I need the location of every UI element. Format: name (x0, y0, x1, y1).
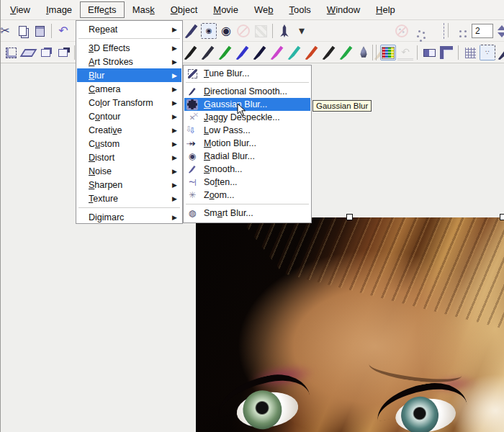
right-eyebrow (368, 353, 464, 387)
menu-item-smooth[interactable]: Smooth... (184, 163, 310, 176)
paste-icon[interactable] (32, 23, 48, 39)
menubar-effects[interactable]: Effects (80, 1, 125, 18)
menu-item-color-transform[interactable]: Color Transform ▶ (77, 96, 181, 109)
menu-item-camera[interactable]: Camera ▶ (77, 82, 181, 96)
menubar-help[interactable]: Help (368, 1, 403, 18)
submenu-arrow-icon: ▶ (172, 113, 177, 120)
no-nodes-icon[interactable] (394, 23, 410, 39)
pen-teal-icon[interactable] (287, 45, 302, 60)
menu-item-motion-blur[interactable]: Motion Blur... (184, 137, 310, 150)
node-count-spinner[interactable] (498, 25, 504, 37)
selection-eye-icon[interactable]: ◉ (201, 23, 217, 39)
copy-icon[interactable] (14, 23, 30, 39)
pen-red-icon[interactable] (304, 45, 320, 60)
submenu-arrow-icon: ▶ (172, 45, 177, 52)
menubar-image[interactable]: Image (38, 1, 80, 18)
submenu-arrow-icon: ▶ (172, 195, 177, 202)
snap-to-grid-icon[interactable]: ∵ (480, 45, 495, 60)
separator (272, 24, 273, 38)
directional-smooth-icon (186, 86, 198, 97)
separator (51, 24, 52, 38)
disable-selection-icon[interactable] (235, 23, 251, 39)
menu-item-art-strokes[interactable]: Art Strokes ▶ (77, 55, 181, 68)
submenu-arrow-icon: ▶ (172, 72, 177, 79)
pen-pink-icon[interactable] (269, 45, 285, 60)
menu-item-noise[interactable]: Noise ▶ (77, 164, 181, 178)
menu-item-radial-blur[interactable]: Radial Blur... (184, 150, 310, 163)
menu-item-directional-smooth[interactable]: Directional Smooth... (184, 85, 310, 98)
menu-item-custom[interactable]: Custom ▶ (77, 137, 181, 150)
menu-item-sharpen[interactable]: Sharpen ▶ (77, 178, 181, 192)
menu-item-low-pass[interactable]: Low Pass... (184, 124, 310, 137)
submenu-arrow-icon: ▶ (172, 181, 177, 189)
menubar-web[interactable]: Web (246, 1, 282, 18)
grid-icon[interactable] (462, 45, 478, 60)
menu-item-smart-blur[interactable]: Smart Blur... (184, 207, 310, 220)
transparency-checker-icon[interactable] (253, 23, 269, 39)
rocket-dropdown-icon[interactable]: ▾ (294, 23, 310, 39)
spinner-up-icon[interactable] (498, 25, 504, 30)
menubar-tools[interactable]: Tools (281, 1, 318, 18)
pen-charcoal-icon[interactable] (321, 45, 337, 60)
submenu-arrow-icon: ▶ (172, 214, 177, 221)
submenu-arrow-icon: ▶ (172, 154, 177, 161)
submenu-arrow-icon: ▶ (172, 58, 177, 66)
histogram-icon[interactable]: ↶ (397, 45, 413, 60)
soften-icon (186, 177, 198, 188)
gaussian-blur-icon (186, 99, 198, 110)
menu-item-distort[interactable]: Distort ▶ (77, 150, 181, 164)
menubar-object[interactable]: Object (163, 1, 206, 18)
node-count-input[interactable]: 2 (472, 24, 493, 38)
pen-dark-icon[interactable] (200, 45, 216, 60)
rocket-icon[interactable] (276, 23, 292, 39)
effects-menu: Repeat ▶ 3D Effects ▶ Art Strokes ▶ Blur… (76, 20, 183, 224)
menu-item-jaggy-despeckle[interactable]: Jaggy Despeckle... (184, 111, 310, 124)
pen-green-icon[interactable] (217, 45, 233, 60)
pen-navy-icon[interactable] (252, 45, 268, 60)
menu-item-digimarc[interactable]: Digimarc ▶ (77, 210, 181, 224)
selection-handle-top-right[interactable] (500, 214, 504, 220)
undo-icon[interactable]: ↶ (55, 23, 71, 39)
menu-item-gaussian-blur[interactable]: Gaussian Blur... (184, 98, 310, 111)
menubar-mask[interactable]: Mask (125, 1, 163, 18)
image-canvas[interactable] (196, 217, 504, 432)
nodes-snap-icon[interactable] (428, 23, 444, 39)
menu-item-3d-effects[interactable]: 3D Effects ▶ (77, 41, 181, 55)
menu-item-creative[interactable]: Creative ▶ (77, 123, 181, 137)
tool-options-icon[interactable] (421, 45, 437, 60)
nodes-grid-icon[interactable] (452, 23, 468, 39)
menu-item-texture[interactable]: Texture ▶ (77, 192, 181, 205)
menu-item-tune-blur[interactable]: Tune Blur... (184, 67, 310, 80)
menu-item-blur[interactable]: Blur ▶ (77, 68, 181, 82)
pen-scribble-icon[interactable] (184, 23, 199, 39)
menubar-movie[interactable]: Movie (205, 1, 246, 18)
ruler-corner-icon[interactable] (438, 45, 454, 60)
pen-black-icon[interactable] (183, 45, 199, 60)
menu-item-contour[interactable]: Contour ▶ (77, 109, 181, 123)
smart-blur-icon (186, 208, 198, 219)
tune-blur-icon (186, 68, 198, 79)
pen-blue-icon[interactable] (235, 45, 251, 60)
motion-blur-icon (186, 138, 198, 149)
separator (448, 23, 449, 37)
menu-item-zoom[interactable]: Zoom... (184, 189, 310, 202)
perspective-icon[interactable] (37, 45, 53, 60)
pen-bright-green-icon[interactable] (338, 45, 354, 60)
selection-handle-top-middle[interactable] (346, 214, 353, 220)
mesh-warp-icon[interactable] (55, 45, 71, 60)
menubar-view[interactable]: View (2, 1, 38, 18)
menu-item-soften[interactable]: Soften... (184, 176, 310, 189)
droplet-icon[interactable] (358, 46, 369, 59)
deform-icon[interactable] (20, 45, 36, 60)
pen-tool-icon[interactable] (497, 45, 504, 60)
separator (186, 204, 309, 204)
nodes-icon[interactable] (411, 23, 427, 39)
cut-icon[interactable]: ✂ (0, 23, 13, 39)
palette-icon[interactable] (380, 45, 396, 60)
submenu-arrow-icon: ▶ (172, 168, 177, 175)
menu-item-repeat[interactable]: Repeat ▶ (77, 22, 181, 36)
eye-mask-icon[interactable]: ◉ (218, 23, 234, 39)
menubar-window[interactable]: Window (319, 1, 368, 18)
crop-icon[interactable] (3, 45, 19, 60)
spinner-down-icon[interactable] (498, 32, 504, 37)
